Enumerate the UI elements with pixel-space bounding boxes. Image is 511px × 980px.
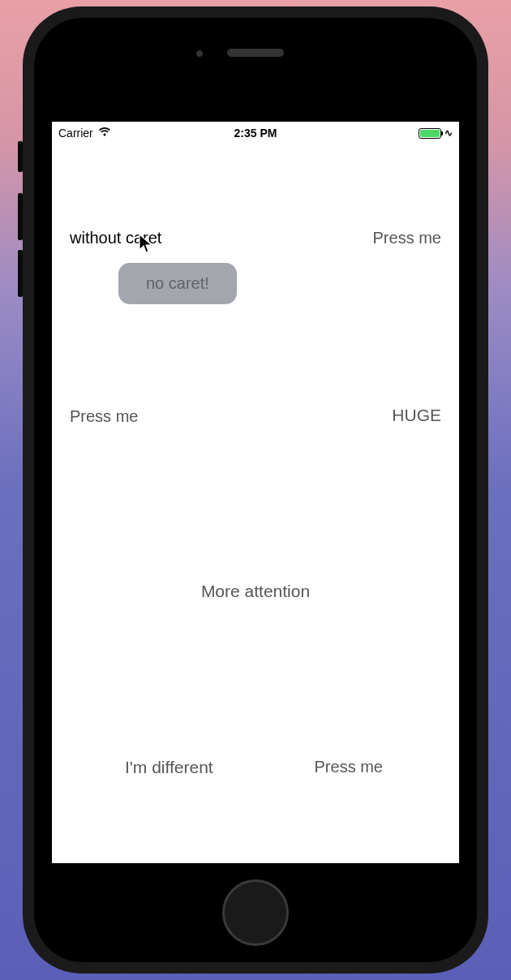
status-bar: Carrier 2:35 PM ∿ <box>52 122 459 144</box>
without-caret-button[interactable]: without caret <box>70 229 161 247</box>
phone-inner: Carrier 2:35 PM ∿ without caret <box>34 18 477 962</box>
press-me-button-top-right[interactable]: Press me <box>373 229 441 247</box>
volume-up-button[interactable] <box>18 193 23 240</box>
carrier-label: Carrier <box>58 127 93 140</box>
phone-frame: Carrier 2:35 PM ∿ without caret <box>23 6 488 974</box>
phone-speaker <box>227 49 284 57</box>
press-me-button-bottom[interactable]: Press me <box>315 758 383 776</box>
app-screen: Carrier 2:35 PM ∿ without caret <box>52 122 459 863</box>
battery-icon <box>419 128 441 139</box>
status-time: 2:35 PM <box>234 127 277 140</box>
content-area: without caret Press me no caret! Press m… <box>52 144 459 863</box>
volume-down-button[interactable] <box>18 250 23 297</box>
status-left: Carrier <box>58 127 111 140</box>
more-attention-button[interactable]: More attention <box>201 582 310 601</box>
charging-icon: ∿ <box>444 127 453 139</box>
press-me-button-mid-left[interactable]: Press me <box>70 407 138 426</box>
status-right: ∿ <box>419 127 453 139</box>
silence-switch[interactable] <box>18 141 23 172</box>
tooltip-no-caret: no caret! <box>118 263 237 304</box>
phone-camera <box>196 50 203 57</box>
wifi-icon <box>98 127 111 140</box>
im-different-button[interactable]: I'm different <box>125 758 213 777</box>
home-button[interactable] <box>222 879 289 946</box>
huge-button[interactable]: HUGE <box>392 406 441 425</box>
